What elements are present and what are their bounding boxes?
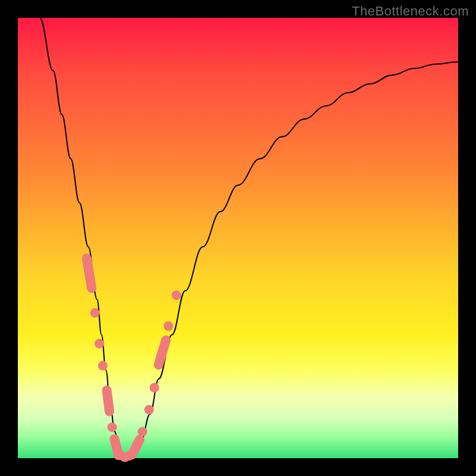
data-point [145,405,154,415]
data-cluster [82,253,98,293]
data-point [95,339,104,349]
data-markers [82,253,181,462]
data-point [164,321,173,331]
data-point [149,383,159,393]
data-point [90,308,100,318]
data-point [98,361,108,371]
data-cluster [126,433,146,461]
bottleneck-chart [18,18,458,458]
data-cluster [102,385,115,416]
watermark-text: TheBottleneck.com [352,4,469,19]
data-point [107,422,117,432]
data-point [137,427,147,437]
data-cluster [153,334,172,371]
data-point [171,290,181,300]
